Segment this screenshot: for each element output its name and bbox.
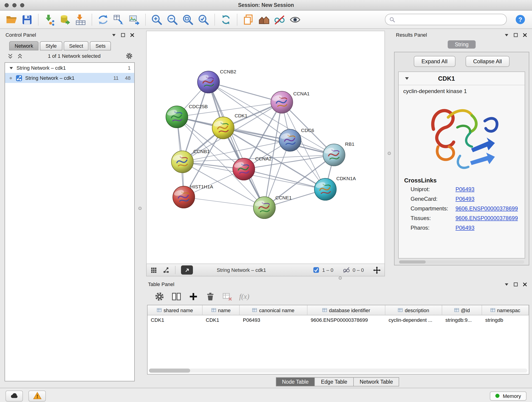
grid-view-icon[interactable] bbox=[150, 267, 157, 274]
tab-network-table[interactable]: Network Table bbox=[353, 377, 399, 386]
table-horizontal-scrollbar[interactable] bbox=[149, 369, 527, 373]
close-panel-icon[interactable] bbox=[522, 32, 527, 37]
tab-network[interactable]: Network bbox=[9, 41, 39, 51]
close-window-icon[interactable] bbox=[5, 3, 9, 7]
table-cell[interactable]: 9606.ENSP00000378699 bbox=[307, 315, 385, 325]
crosslink-link[interactable]: P06493 bbox=[456, 185, 475, 194]
network-canvas[interactable]: CCNB2CCNA1CDC25BCDK1CDC6RB1CCNB1CCNA2CDK… bbox=[146, 31, 385, 264]
network-node-ccnb1[interactable] bbox=[171, 151, 193, 173]
crosslink-link[interactable]: 9606.ENSP00000378699 bbox=[456, 214, 518, 223]
function-builder-button[interactable]: f(x) bbox=[239, 293, 249, 301]
panel-menu-icon[interactable] bbox=[111, 32, 116, 37]
minimize-window-icon[interactable] bbox=[12, 3, 17, 7]
crosslink-link[interactable]: 9606.ENSP00000378699 bbox=[456, 204, 518, 214]
table-cell[interactable]: stringdb:9... bbox=[442, 315, 482, 325]
split-panel-icon[interactable] bbox=[171, 292, 181, 302]
network-node-cdk1[interactable] bbox=[212, 117, 234, 139]
network-node-ccnb2[interactable] bbox=[197, 71, 220, 93]
close-panel-icon[interactable] bbox=[130, 32, 135, 37]
refresh-icon[interactable] bbox=[219, 13, 233, 26]
float-panel-icon[interactable] bbox=[513, 32, 518, 37]
network-row-selected[interactable]: String Network – cdk1 11 48 bbox=[5, 73, 134, 83]
results-tab-string[interactable]: String bbox=[448, 40, 475, 49]
column-header-name[interactable]: name bbox=[203, 305, 240, 315]
network-edge[interactable] bbox=[209, 82, 282, 102]
chevrons-up-icon[interactable] bbox=[17, 53, 23, 59]
table-panel-splitter[interactable] bbox=[143, 276, 532, 280]
panel-menu-icon[interactable] bbox=[504, 282, 509, 287]
splitter-handle[interactable] bbox=[388, 152, 391, 155]
control-panel-splitter[interactable] bbox=[138, 29, 143, 388]
memory-button[interactable]: Memory bbox=[490, 391, 526, 400]
zoom-window-icon[interactable] bbox=[20, 3, 24, 7]
chevrons-down-icon[interactable] bbox=[7, 53, 13, 59]
splitter-handle[interactable] bbox=[138, 207, 142, 210]
houses-icon[interactable] bbox=[257, 13, 271, 26]
eye-icon[interactable] bbox=[288, 13, 302, 26]
zoom-out-icon[interactable] bbox=[165, 13, 179, 26]
help-icon[interactable]: ? bbox=[515, 14, 526, 25]
search-input[interactable] bbox=[398, 16, 503, 23]
close-panel-icon[interactable] bbox=[522, 282, 527, 287]
table-cell[interactable]: P06493 bbox=[240, 315, 307, 325]
crosslink-link[interactable]: P06493 bbox=[456, 194, 475, 204]
network-node-rb1[interactable] bbox=[323, 144, 345, 166]
network-node-ccna1[interactable] bbox=[271, 91, 293, 113]
collapse-all-button[interactable]: Collapse All bbox=[465, 56, 510, 67]
panel-menu-icon[interactable] bbox=[504, 32, 509, 37]
column-header-database-identifier[interactable]: database identifier bbox=[307, 305, 385, 315]
network-node-cdc25b[interactable] bbox=[166, 106, 188, 128]
gene-section-header[interactable]: CDK1 bbox=[399, 72, 525, 85]
import-network-file-icon[interactable] bbox=[43, 13, 56, 26]
splitter-handle[interactable] bbox=[339, 276, 342, 280]
export-image-icon[interactable] bbox=[127, 13, 141, 26]
column-header-namespac[interactable]: namespac bbox=[482, 305, 529, 315]
zoom-fit-icon[interactable] bbox=[181, 13, 195, 26]
copy-icon[interactable] bbox=[241, 13, 255, 26]
results-horizontal-scrollbar[interactable] bbox=[399, 260, 524, 264]
open-session-icon[interactable] bbox=[5, 13, 18, 26]
network-node-ccne1[interactable] bbox=[253, 197, 275, 219]
zoom-selected-icon[interactable] bbox=[196, 13, 210, 26]
column-header--id[interactable]: @id bbox=[442, 305, 482, 315]
gear-icon[interactable] bbox=[154, 292, 165, 302]
network-node-cdkn1a[interactable] bbox=[314, 178, 336, 200]
tab-sets[interactable]: Sets bbox=[90, 41, 111, 51]
eye-slash-icon[interactable] bbox=[273, 13, 286, 26]
network-node-cdc6[interactable] bbox=[279, 129, 301, 151]
results-panel-splitter[interactable] bbox=[385, 29, 394, 276]
network-overview-icon[interactable] bbox=[163, 267, 170, 274]
detach-view-button[interactable] bbox=[181, 265, 193, 274]
tree-expand-icon[interactable] bbox=[404, 76, 410, 81]
network-node-hist1h1a[interactable] bbox=[173, 186, 195, 208]
add-column-icon[interactable] bbox=[188, 292, 198, 302]
network-collection-row[interactable]: String Network – cdk1 1 bbox=[5, 63, 134, 73]
tab-style[interactable]: Style bbox=[40, 41, 62, 51]
new-network-from-selection-icon[interactable] bbox=[112, 13, 126, 26]
pan-crosshair-icon[interactable] bbox=[373, 266, 381, 274]
network-edge[interactable] bbox=[209, 82, 264, 208]
table-row[interactable]: CDK1CDK1P064939606.ENSP00000378699cyclin… bbox=[147, 315, 529, 325]
gear-icon[interactable] bbox=[126, 52, 133, 60]
network-graph[interactable]: CCNB2CCNA1CDC25BCDK1CDC6RB1CCNB1CCNA2CDK… bbox=[147, 31, 385, 264]
column-header-canonical-name[interactable]: canonical name bbox=[240, 305, 307, 315]
table-cell[interactable]: CDK1 bbox=[147, 315, 203, 325]
cloud-button[interactable] bbox=[6, 390, 23, 401]
table-cell[interactable]: cyclin-dependent ... bbox=[385, 315, 442, 325]
crosslink-link[interactable]: P06493 bbox=[456, 223, 475, 233]
warning-button[interactable] bbox=[28, 390, 46, 401]
delete-column-icon[interactable] bbox=[205, 292, 215, 302]
table-cell[interactable]: CDK1 bbox=[203, 315, 240, 325]
tree-expand-icon[interactable] bbox=[9, 65, 14, 70]
tab-select[interactable]: Select bbox=[64, 41, 89, 51]
float-panel-icon[interactable] bbox=[513, 282, 518, 287]
import-network-database-icon[interactable] bbox=[58, 13, 72, 26]
table-cell[interactable]: stringdb bbox=[482, 315, 529, 325]
tab-node-table[interactable]: Node Table bbox=[276, 377, 315, 386]
first-neighbors-icon[interactable] bbox=[96, 13, 110, 26]
float-panel-icon[interactable] bbox=[120, 32, 126, 37]
network-node-ccna2[interactable] bbox=[233, 158, 255, 180]
tab-edge-table[interactable]: Edge Table bbox=[315, 377, 354, 386]
save-session-icon[interactable] bbox=[20, 13, 34, 26]
expand-all-button[interactable]: Expand All bbox=[414, 56, 455, 67]
